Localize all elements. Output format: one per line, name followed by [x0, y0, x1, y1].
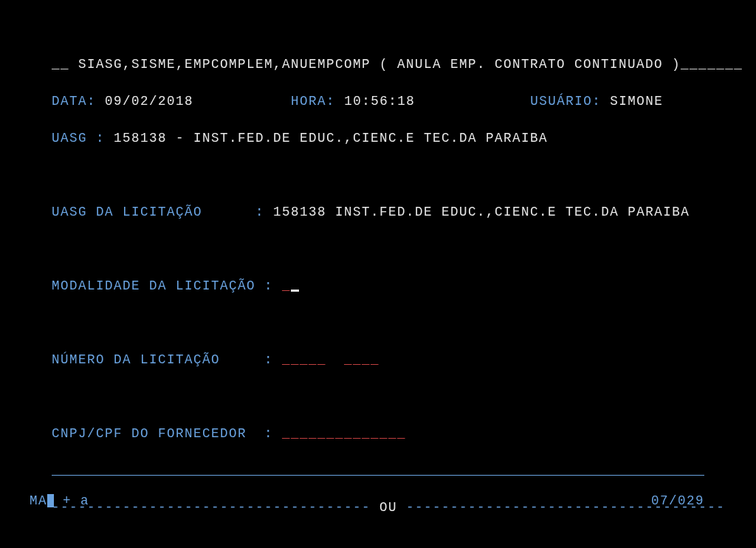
- cnpj-input[interactable]: ______________: [282, 426, 406, 441]
- numero-input-2[interactable]: ____: [344, 352, 379, 367]
- blank-5: [52, 462, 704, 480]
- numero-line: NÚMERO DA LICITAÇÃO : _____ ____: [52, 351, 704, 369]
- divider-rule: [52, 475, 704, 476]
- modalidade-input[interactable]: _: [282, 278, 291, 293]
- title-line: __ SIASG,SISME,EMPCOMPLEM,ANUEMPCOMP ( A…: [52, 55, 704, 74]
- numero-input-1[interactable]: _____: [282, 352, 326, 367]
- blank-6: [52, 535, 704, 548]
- status-cursor: [47, 494, 54, 507]
- uasg-licitacao-line: UASG DA LICITAÇÃO : 158138 INST.FED.DE E…: [52, 203, 704, 222]
- uasg-line: UASG : 158138 - INST.FED.DE EDUC.,CIENC.…: [52, 129, 704, 148]
- blank-1: [52, 166, 704, 185]
- status-line: MA + a 07/029: [30, 493, 704, 508]
- header-line: DATA: 09/02/2018 HORA: 10:56:18 USUÁRIO:…: [52, 92, 704, 111]
- blank-3: [52, 314, 704, 332]
- blank-4: [52, 388, 704, 406]
- modalidade-line: MODALIDADE DA LICITAÇÃO : _: [52, 277, 704, 295]
- cursor: [291, 290, 299, 292]
- blank-2: [52, 240, 704, 258]
- cursor-position: 07/029: [651, 493, 704, 508]
- cnpj-line: CNPJ/CPF DO FORNECEDOR : ______________: [52, 425, 704, 443]
